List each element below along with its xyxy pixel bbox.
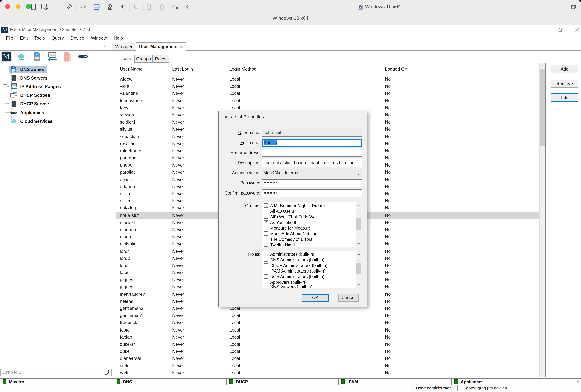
roles-scroll-up-icon[interactable]: ∧	[356, 251, 362, 257]
checkbox[interactable]	[264, 226, 268, 230]
menu-query[interactable]: Query	[48, 34, 67, 42]
wrench-icon[interactable]	[65, 2, 74, 11]
role-item-dns-viewers-built-in[interactable]: DNS Viewers (built-in)	[262, 285, 362, 288]
role-item-approvers-built-in[interactable]: Approvers (built-in)	[262, 279, 362, 285]
close-traffic-icon[interactable]	[5, 4, 10, 9]
harddisk-icon[interactable]	[92, 2, 101, 11]
table-row-widow[interactable]: widowNeverLocalNo	[116, 76, 539, 83]
statusbar-collapse-icon[interactable]: ∧	[577, 379, 579, 383]
table-row-valentine[interactable]: valentineNeverLocalNo	[116, 90, 539, 97]
table-row-toby[interactable]: tobyNeverLocalNo	[116, 104, 539, 112]
mouse-icon[interactable]	[157, 2, 166, 11]
groups-scroll-down-icon[interactable]: ∨	[356, 241, 362, 247]
roles-scroll-thumb[interactable]	[356, 263, 361, 274]
minimize-icon[interactable]	[538, 27, 549, 33]
add-button[interactable]: Add	[551, 65, 578, 73]
checkbox[interactable]	[264, 231, 268, 236]
tab-manager[interactable]: Manager	[112, 42, 135, 50]
tabs-scroll-left-icon[interactable]: «	[104, 43, 105, 48]
table-row-frederick[interactable]: frederickNeverLocalNo	[116, 319, 539, 327]
cloud-toolbar-icon[interactable]	[16, 51, 27, 62]
checkbox[interactable]	[264, 215, 268, 219]
authentication-input[interactable]: Men&Mice Internal∨	[262, 169, 362, 177]
collapse-icon[interactable]	[183, 2, 192, 11]
menu-tools[interactable]: Tools	[31, 34, 48, 42]
group-item-much-ado-about-nothing[interactable]: Much Ado About Nothing	[262, 231, 362, 236]
column-header-user-name[interactable]: User Name	[116, 63, 170, 76]
roles-scrollbar[interactable]: ∧ ∨	[356, 251, 362, 288]
ip-ranges-toolbar-icon[interactable]	[47, 51, 58, 62]
tab-close-icon[interactable]: ✕	[180, 45, 183, 49]
remove-button[interactable]: Remove	[551, 79, 578, 88]
expand-icon[interactable]: +	[3, 84, 7, 89]
sidebar-item-ip-address-ranges[interactable]: +IP Address Ranges	[0, 82, 112, 91]
sidebar-item-cloud-services[interactable]: Cloud Services	[0, 117, 112, 125]
checkbox[interactable]	[264, 263, 268, 267]
menu-help[interactable]: Help	[110, 34, 126, 42]
appliance-toolbar-icon[interactable]	[77, 51, 88, 62]
table-row-feste[interactable]: festeNeverLocalNo	[116, 327, 539, 334]
checkbox[interactable]	[264, 243, 268, 247]
sidebar-item-dns-servers[interactable]: DNS Servers	[0, 73, 112, 82]
table-row-fabian[interactable]: fabianNeverLocalNo	[116, 334, 539, 341]
camera-icon[interactable]	[105, 2, 114, 11]
groups-scrollbar[interactable]: ∧ ∨	[356, 202, 362, 247]
fullscreen-icon[interactable]	[570, 2, 578, 11]
checkbox[interactable]	[264, 209, 268, 213]
role-item-dns-administrators-built-in[interactable]: DNS Administrators (built-in)	[262, 257, 362, 262]
scroll-thumb[interactable]	[540, 69, 545, 146]
building-toolbar-icon[interactable]	[62, 51, 73, 62]
sidebar-item-appliances[interactable]: Appliances	[0, 108, 112, 117]
table-row-curio[interactable]: curioNeverLocalNo	[116, 362, 539, 370]
group-item-all-ad-users[interactable]: All AD Users	[262, 208, 362, 214]
menu-file[interactable]: File	[2, 34, 17, 42]
table-row-viola[interactable]: violaNeverLocalNo	[116, 83, 539, 90]
subtab-users[interactable]: Users	[116, 54, 134, 63]
cancel-button[interactable]: Cancel	[338, 294, 359, 302]
phone-icon[interactable]	[131, 2, 140, 11]
checkbox[interactable]	[264, 274, 268, 279]
menu-edit[interactable]: Edit	[17, 34, 31, 42]
checkbox[interactable]	[264, 237, 268, 241]
sound-icon[interactable]	[118, 2, 127, 11]
role-item-user-administrators-built-in[interactable]: User Administrators (built-in)	[262, 274, 362, 279]
sidebar-item-dhcp-servers[interactable]: DHCP Servers	[0, 100, 112, 108]
snapshots-icon[interactable]	[40, 2, 49, 11]
checkbox[interactable]	[264, 258, 268, 262]
jump-to-input[interactable]: Jump to...	[0, 369, 112, 376]
group-item-all-s-well-that-ends-well[interactable]: All's Well That Ends Well	[262, 214, 362, 220]
email-address-input[interactable]	[262, 149, 362, 157]
group-item-twelfth-night[interactable]: Twelfth Night	[262, 242, 362, 247]
dns-zones-toolbar-icon[interactable]	[32, 51, 42, 62]
checkbox[interactable]	[264, 203, 268, 208]
role-item-administrators-built-in[interactable]: Administrators (built-in)	[262, 251, 362, 257]
menu-window[interactable]: Window	[88, 34, 110, 42]
checkbox[interactable]	[264, 252, 268, 256]
clipboard-icon[interactable]	[171, 2, 180, 11]
groups-scroll-thumb[interactable]	[356, 218, 361, 230]
description-input[interactable]: I am not a slut, though I thank the gods…	[262, 159, 362, 167]
role-item-dhcp-administrators-built-in[interactable]: DHCP Administrators (built-in)	[262, 262, 362, 268]
user-name-input[interactable]: not-a-slut	[262, 129, 362, 137]
edit-button[interactable]: Edit	[551, 93, 578, 101]
column-header-last-login[interactable]: Last Login	[170, 63, 227, 76]
role-item-ipam-administrators-built-in[interactable]: IPAM Administrators (built-in)	[262, 268, 362, 274]
subtab-groups[interactable]: Groups	[135, 55, 152, 63]
menu-device[interactable]: Device	[67, 34, 88, 42]
group-item-a-midsummer-night-s-dream[interactable]: A Midsummer Night's Dream	[262, 203, 362, 208]
confirm-password-input[interactable]: •••••••••	[262, 189, 362, 197]
sidebar-item-dns-zones[interactable]: DNS Zones	[0, 65, 112, 73]
ok-button[interactable]: OK	[302, 294, 329, 302]
jump-arrow-icon[interactable]	[104, 370, 110, 376]
table-row-corin[interactable]: corinNeverLocalNo	[116, 370, 539, 377]
table-row-diana4real[interactable]: diana4realNeverLocalNo	[116, 355, 539, 362]
devices-icon[interactable]	[144, 2, 153, 11]
groups-scroll-up-icon[interactable]: ∧	[356, 202, 362, 208]
table-row-gentleman1[interactable]: gentleman1NeverLocalNo	[116, 312, 539, 319]
minimize-traffic-icon[interactable]	[16, 4, 20, 9]
checkbox[interactable]	[264, 280, 268, 284]
group-item-measure-for-measure[interactable]: Measure for Measure	[262, 225, 362, 231]
group-item-as-you-like-it[interactable]: As You Like It	[262, 220, 362, 225]
table-scrollbar[interactable]: ∧ ∨	[539, 63, 545, 377]
close-icon[interactable]	[572, 27, 581, 33]
